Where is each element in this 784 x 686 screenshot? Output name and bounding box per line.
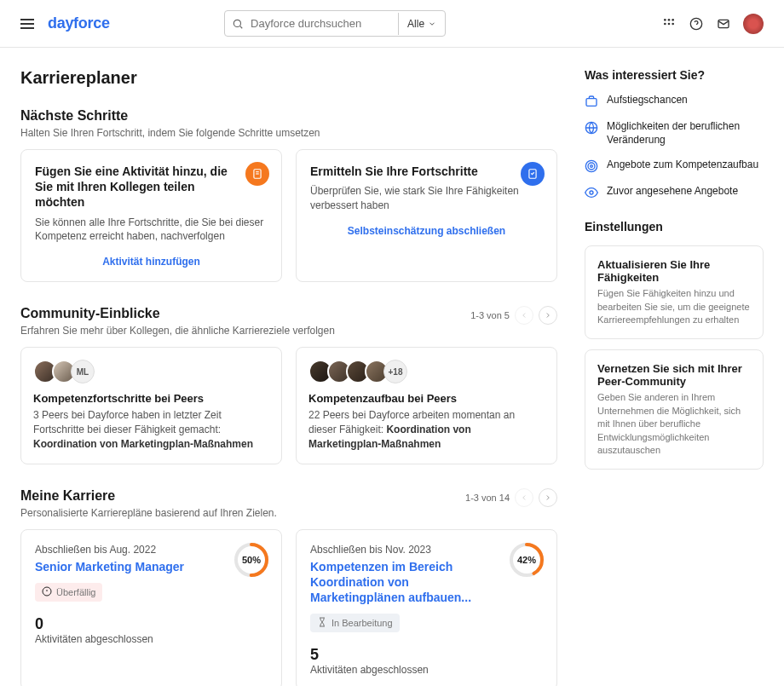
logo[interactable]: dayforce [48, 14, 110, 32]
menu-button[interactable] [20, 19, 34, 29]
target-icon [585, 159, 598, 173]
next-step-card: Fügen Sie eine Aktivität hinzu, die Sie … [20, 149, 282, 282]
settings-card-title: Vernetzen Sie sich mit Ihrer Peer-Commun… [597, 362, 751, 388]
settings-card-body: Fügen Sie Fähigkeiten hinzu und bearbeit… [597, 287, 751, 326]
peer-card-title: Kompetenzaufbau bei Peers [308, 392, 545, 405]
activity-badge-icon [245, 162, 269, 186]
search-box[interactable]: Alle [224, 10, 446, 37]
career-card: 50% Abschließen bis Aug. 2022 Senior Mar… [20, 529, 282, 686]
settings-card-title: Aktualisieren Sie Ihre Fähigkeiten [597, 258, 751, 284]
peer-card-title: Kompetenzfortschritte bei Peers [33, 392, 269, 405]
page-title: Karriereplaner [20, 68, 557, 88]
career-subtitle: Personalisierte Karrierepläne basierend … [20, 507, 277, 519]
chevron-right-icon [544, 493, 552, 502]
activities-count: 0 [35, 615, 268, 633]
svg-point-24 [585, 161, 597, 172]
svg-point-6 [668, 22, 671, 25]
chevron-left-icon [520, 493, 528, 502]
peer-avatars: +18 [308, 360, 545, 383]
status-chip-overdue: Überfällig [35, 583, 102, 602]
hourglass-icon [317, 617, 327, 629]
settings-card-skills[interactable]: Aktualisieren Sie Ihre Fähigkeiten Fügen… [585, 245, 764, 339]
svg-rect-22 [586, 99, 597, 107]
peer-avatar-more: ML [71, 360, 95, 383]
top-icons [661, 14, 764, 34]
self-assessment-link[interactable]: Selbsteinschätzung abschließen [310, 225, 543, 237]
peer-card[interactable]: +18 Kompetenzaufbau bei Peers 22 Peers b… [296, 347, 557, 464]
chevron-down-icon [428, 20, 436, 28]
peer-avatars: ML [33, 360, 269, 383]
pager-next-button[interactable] [539, 488, 557, 507]
activities-count: 5 [310, 646, 543, 664]
peer-avatar-more: +18 [383, 360, 407, 383]
svg-point-7 [672, 22, 674, 25]
settings-title: Einstellungen [585, 220, 764, 233]
next-steps-subtitle: Halten Sie Ihren Fortschritt, indem Sie … [20, 127, 557, 139]
svg-point-0 [233, 20, 240, 26]
activities-label: Aktivitäten abgeschlossen [310, 664, 543, 676]
activities-label: Aktivitäten abgeschlossen [35, 633, 268, 645]
briefcase-icon [585, 95, 598, 108]
progress-ring: 50% [233, 542, 269, 578]
card-title: Fügen Sie eine Aktivität hinzu, die Sie … [35, 164, 268, 210]
card-body: Sie können alle Ihre Fortschritte, die S… [35, 216, 268, 245]
peer-card-body: 3 Peers bei Dayforce haben in letzter Ze… [33, 408, 269, 451]
user-avatar[interactable] [743, 14, 764, 34]
progress-badge-icon [521, 162, 545, 186]
community-title: Community-Einblicke [20, 306, 335, 321]
interest-item-skills[interactable]: Angebote zum Kompetenzaufbau [585, 159, 764, 173]
topbar: dayforce Alle [0, 0, 784, 48]
svg-line-1 [240, 26, 243, 28]
pager-prev-button[interactable] [515, 306, 533, 325]
pager-prev-button[interactable] [515, 488, 533, 507]
svg-point-27 [590, 191, 593, 194]
search-icon [225, 18, 251, 30]
interest-item-change[interactable]: Möglichkeiten der beruflichen Veränderun… [585, 120, 764, 147]
svg-point-25 [588, 163, 595, 170]
eye-icon [585, 186, 598, 199]
career-pager: 1-3 von 14 [465, 488, 557, 507]
add-activity-link[interactable]: Aktivität hinzufügen [35, 256, 268, 268]
community-subtitle: Erfahren Sie mehr über Kollegen, die ähn… [20, 325, 335, 337]
interest-item-viewed[interactable]: Zuvor angesehene Angebote [585, 185, 764, 199]
svg-point-26 [591, 165, 593, 168]
help-icon[interactable] [689, 16, 704, 32]
settings-card-connect[interactable]: Vernetzen Sie sich mit Ihrer Peer-Commun… [585, 349, 764, 470]
svg-point-2 [664, 19, 666, 21]
progress-ring: 42% [509, 542, 545, 578]
next-steps-title: Nächste Schritte [20, 108, 557, 124]
pager-next-button[interactable] [539, 306, 557, 325]
next-step-card: Ermitteln Sie Ihre Fortschritte Überprüf… [296, 149, 557, 282]
svg-point-4 [672, 19, 674, 21]
card-title: Ermitteln Sie Ihre Fortschritte [310, 164, 543, 179]
card-body: Überprüfen Sie, wie stark Sie Ihre Fähig… [310, 184, 543, 213]
pager-text: 1-3 von 14 [465, 493, 510, 503]
career-title: Meine Karriere [20, 488, 277, 504]
search-filter[interactable]: Alle [398, 13, 445, 35]
chevron-left-icon [520, 311, 528, 320]
mail-icon[interactable] [716, 16, 731, 32]
career-card: 42% Abschließen bis Nov. 2023 Kompetenze… [296, 529, 557, 686]
peer-card[interactable]: ML Kompetenzfortschritte bei Peers 3 Pee… [20, 347, 282, 464]
svg-point-3 [668, 19, 671, 21]
interests-title: Was interessiert Sie? [585, 68, 764, 82]
apps-icon[interactable] [661, 16, 677, 32]
interest-item-promotion[interactable]: Aufstiegschancen [585, 94, 764, 108]
svg-point-5 [664, 22, 666, 25]
search-input[interactable] [251, 11, 398, 36]
globe-icon [585, 121, 598, 135]
pager-text: 1-3 von 5 [470, 310, 510, 320]
peer-card-body: 22 Peers bei Dayforce arbeiten momentan … [308, 408, 545, 451]
alert-icon [42, 586, 52, 598]
settings-card-body: Geben Sie anderen in Ihrem Unternehmen d… [597, 391, 751, 457]
chevron-right-icon [544, 311, 552, 320]
status-chip-progress: In Bearbeitung [310, 614, 400, 632]
community-pager: 1-3 von 5 [470, 306, 557, 325]
